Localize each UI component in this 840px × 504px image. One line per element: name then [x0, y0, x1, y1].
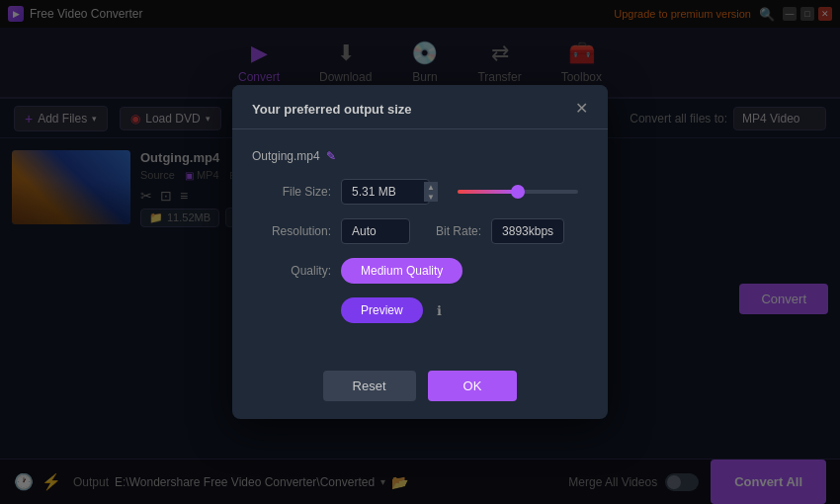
- reset-button[interactable]: Reset: [323, 371, 416, 401]
- file-size-label: File Size:: [252, 185, 331, 199]
- file-size-input[interactable]: [341, 179, 430, 205]
- output-size-dialog: Your preferred output size ✕ Outging.mp4…: [232, 85, 608, 419]
- resolution-bitrate-row: Resolution: Auto 1080p 720p 480p Bit Rat…: [252, 218, 588, 244]
- file-size-up[interactable]: ▲: [424, 182, 438, 192]
- quality-button[interactable]: Medium Quality: [341, 258, 462, 284]
- quality-slider-track[interactable]: [458, 190, 578, 194]
- dialog-header: Your preferred output size ✕: [232, 85, 608, 129]
- dialog-filename: Outging.mp4: [252, 149, 320, 163]
- dialog-footer: Reset OK: [232, 357, 608, 419]
- quality-slider-thumb[interactable]: [511, 185, 525, 199]
- dialog-overlay: Your preferred output size ✕ Outging.mp4…: [0, 0, 840, 504]
- quality-label: Quality:: [252, 264, 331, 278]
- file-size-row: File Size: ▲ ▼: [252, 179, 588, 205]
- dialog-title: Your preferred output size: [252, 102, 412, 117]
- bitrate-display: 3893kbps: [491, 218, 564, 244]
- dialog-body: Outging.mp4 ✎ File Size: ▲ ▼: [232, 129, 608, 357]
- quality-slider-fill: [458, 190, 518, 194]
- quality-row: Quality: Medium Quality: [252, 258, 588, 284]
- resolution-select[interactable]: Auto 1080p 720p 480p: [341, 218, 410, 244]
- ok-button[interactable]: OK: [428, 371, 518, 401]
- file-size-down[interactable]: ▼: [424, 192, 438, 202]
- dialog-filename-row: Outging.mp4 ✎: [252, 149, 588, 163]
- preview-info-icon[interactable]: ℹ: [437, 303, 442, 318]
- resolution-label: Resolution:: [252, 224, 331, 238]
- preview-row: Preview ℹ: [341, 297, 588, 323]
- bitrate-label: Bit Rate:: [436, 224, 481, 238]
- preview-button[interactable]: Preview: [341, 297, 423, 323]
- edit-icon[interactable]: ✎: [326, 149, 336, 163]
- dialog-close-button[interactable]: ✕: [575, 101, 588, 117]
- file-size-spinner: ▲ ▼: [424, 182, 438, 202]
